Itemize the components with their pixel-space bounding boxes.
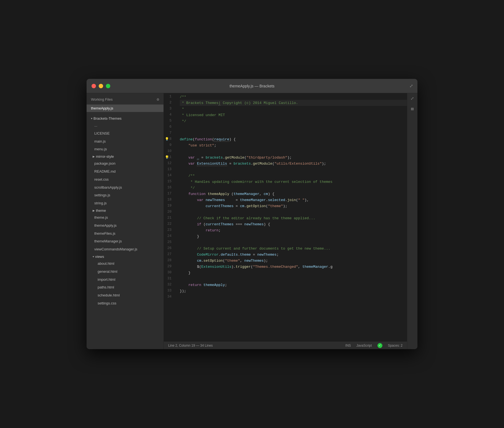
- ln-26: 26: [164, 245, 174, 252]
- ln-12: 12: [164, 160, 174, 167]
- file-item-general[interactable]: general.html: [87, 268, 163, 276]
- bulb-icon-11: 💡: [165, 155, 169, 160]
- ln-16: 16: [164, 185, 174, 191]
- ln-6: 6: [164, 124, 174, 130]
- ln-23: 23: [164, 227, 174, 233]
- trend-icon[interactable]: ⤢: [411, 96, 414, 101]
- code-line-7: [180, 130, 407, 136]
- status-spaces[interactable]: Spaces: 2: [388, 344, 403, 347]
- minimize-button[interactable]: [99, 84, 103, 88]
- editor-content[interactable]: 1 2 3 4 5 6 7 💡8 9 10 💡11: [164, 93, 407, 341]
- code-editor[interactable]: /** * Brackets Themes| Copyright (c) 201…: [178, 93, 407, 341]
- subfolder-arrow: ▶: [93, 155, 95, 158]
- subfolder-name-theme: theme: [96, 208, 106, 213]
- traffic-lights: [92, 84, 110, 88]
- layers-icon[interactable]: ▤: [411, 106, 414, 111]
- code-line-31: [180, 276, 407, 282]
- status-check-icon: ✓: [377, 343, 382, 348]
- code-line-16: */: [180, 185, 407, 191]
- file-item-settingsjs[interactable]: settings.js: [87, 191, 163, 199]
- code-line-27: CodeMirror.defaults.theme = newThemes;: [180, 252, 407, 258]
- ln-28: 28: [164, 258, 174, 264]
- file-item-packagejson[interactable]: package.json: [87, 160, 163, 168]
- file-item-thememanager[interactable]: themeManager.js: [87, 237, 163, 245]
- folder-name: Brackets-Themes: [93, 116, 122, 121]
- code-line-26: // Setup current and further documents t…: [180, 245, 407, 252]
- sidebar: Working Files ⚙ themeApply.js ▾ Brackets…: [87, 93, 164, 349]
- file-item-stringjs[interactable]: string.js: [87, 199, 163, 207]
- ln-34: 34: [164, 294, 174, 300]
- ln-20: 20: [164, 209, 174, 215]
- status-language[interactable]: JavaScript: [356, 344, 372, 347]
- ln-8: 💡8: [164, 136, 174, 142]
- file-item-scrollbarsapply[interactable]: scrollbarsApply.js: [87, 184, 163, 192]
- ln-7: 7: [164, 130, 174, 136]
- file-item-readmemd[interactable]: README.md: [87, 168, 163, 176]
- ln-11: 💡11: [164, 154, 174, 160]
- file-item-paths[interactable]: paths.html: [87, 283, 163, 291]
- bulb-icon-8: 💡: [165, 137, 169, 142]
- ln-30: 30: [164, 270, 174, 276]
- ln-4: 4: [164, 112, 174, 118]
- window-title: themeApply.js — Brackets: [229, 84, 274, 88]
- status-right: INS JavaScript ✓ Spaces: 2: [345, 343, 403, 348]
- code-line-34: [180, 294, 407, 300]
- ln-9: 9: [164, 142, 174, 148]
- code-line-19: currentThemes = cm.getOption("theme");: [180, 203, 407, 209]
- ln-2: 2: [164, 100, 174, 106]
- file-item-themejs[interactable]: theme.js: [87, 214, 163, 222]
- file-item-viewcommands[interactable]: viewCommandsManager.js: [87, 245, 163, 253]
- working-files-label: Working Files: [91, 97, 113, 101]
- code-line-1: /**: [180, 94, 407, 100]
- views-folder[interactable]: ▾ views: [87, 253, 163, 260]
- code-line-3: *: [180, 106, 407, 112]
- file-item-menujs[interactable]: menu.js: [87, 145, 163, 153]
- expand-icon[interactable]: ⤢: [409, 83, 413, 89]
- file-item-resetcss[interactable]: reset.css: [87, 176, 163, 184]
- close-button[interactable]: [92, 84, 96, 88]
- maximize-button[interactable]: [106, 84, 110, 88]
- subfolder-name: mirror-style: [96, 154, 114, 159]
- file-item-themeapply[interactable]: themeApply.js: [87, 222, 163, 230]
- file-item-import[interactable]: import.html: [87, 276, 163, 284]
- file-item-license[interactable]: LICENSE: [87, 130, 163, 138]
- code-line-18: var newThemes = themeManager.selected.jo…: [180, 197, 407, 203]
- ln-32: 32: [164, 282, 174, 288]
- subfolder-name-views: views: [95, 255, 104, 259]
- ln-15: 15: [164, 179, 174, 185]
- theme-folder[interactable]: ▶ theme: [87, 207, 163, 214]
- ln-25: 25: [164, 239, 174, 245]
- active-file-item[interactable]: themeApply.js: [87, 105, 163, 112]
- ln-19: 19: [164, 203, 174, 209]
- ln-21: 21: [164, 215, 174, 221]
- line-numbers: 1 2 3 4 5 6 7 💡8 9 10 💡11: [164, 93, 178, 341]
- ln-3: 3: [164, 106, 174, 112]
- file-item-themefiles[interactable]: themeFiles.js: [87, 230, 163, 238]
- code-line-6: [180, 124, 407, 130]
- ln-27: 27: [164, 252, 174, 258]
- code-line-9: "use strict";: [180, 142, 407, 148]
- code-line-21: // Check if the editor already has the t…: [180, 215, 407, 221]
- brackets-themes-folder[interactable]: ▾ Brackets-Themes: [87, 115, 163, 122]
- working-files-header: Working Files ⚙: [87, 93, 163, 105]
- ln-5: 5: [164, 118, 174, 124]
- file-item-about[interactable]: about.html: [87, 260, 163, 268]
- code-line-28: cm.setOption("theme", newThemes);: [180, 258, 407, 264]
- file-item-schedule[interactable]: schedule.html: [87, 291, 163, 299]
- file-item-mainjs[interactable]: main.js: [87, 138, 163, 146]
- titlebar: themeApply.js — Brackets ⤢: [87, 79, 417, 93]
- file-item-dotdot[interactable]: ...: [87, 122, 163, 130]
- ln-10: 10: [164, 148, 174, 154]
- ln-31: 31: [164, 276, 174, 282]
- statusbar: Line 2, Column 19 — 34 Lines INS JavaScr…: [164, 341, 407, 349]
- main-area: Working Files ⚙ themeApply.js ▾ Brackets…: [87, 93, 417, 349]
- gear-icon[interactable]: ⚙: [157, 97, 159, 102]
- status-ins: INS: [345, 344, 351, 347]
- code-line-20: [180, 209, 407, 215]
- code-line-8: define(function(require) {: [180, 136, 407, 142]
- code-line-14: /**: [180, 173, 407, 179]
- ln-33: 33: [164, 288, 174, 294]
- mirror-style-folder[interactable]: ▶ mirror-style: [87, 153, 163, 160]
- file-item-settingscss[interactable]: settings.css: [87, 299, 163, 307]
- code-line-2: * Brackets Themes| Copyright (c) 2014 Mi…: [180, 100, 407, 106]
